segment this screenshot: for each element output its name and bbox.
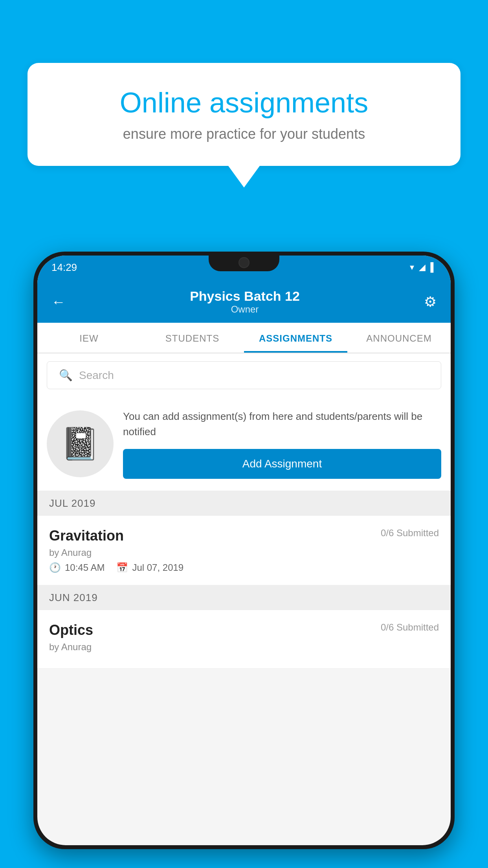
assignment-by-optics: by Anurag: [49, 642, 439, 653]
assignment-submitted-optics: 0/6 Submitted: [381, 622, 439, 633]
tab-iew[interactable]: IEW: [37, 323, 141, 353]
promo-section: 📓 You can add assignment(s) from here an…: [37, 397, 451, 491]
bubble-subtitle: ensure more practice for your students: [55, 126, 433, 142]
assignment-date-gravitation: 📅 Jul 07, 2019: [116, 562, 183, 573]
phone-frame: 14:29 ▾ ◢ ▌ ← Physics Batch 12 Owner ⚙ I…: [33, 252, 455, 849]
assignment-item-gravitation[interactable]: Gravitation 0/6 Submitted by Anurag 🕐 10…: [37, 516, 451, 585]
bubble-title: Online assignments: [55, 86, 433, 119]
assignment-name-gravitation: Gravitation: [49, 528, 124, 544]
notebook-icon: 📓: [61, 425, 100, 462]
header-center: Physics Batch 12 Owner: [190, 289, 300, 315]
assignment-header-row-optics: Optics 0/6 Submitted: [49, 622, 439, 638]
app-header: ← Physics Batch 12 Owner ⚙: [37, 279, 451, 323]
speech-bubble-tail: [228, 166, 260, 188]
tab-students[interactable]: STUDENTS: [141, 323, 244, 353]
assignment-item-optics[interactable]: Optics 0/6 Submitted by Anurag: [37, 610, 451, 669]
assignment-meta-gravitation: 🕐 10:45 AM 📅 Jul 07, 2019: [49, 562, 439, 573]
speech-bubble: Online assignments ensure more practice …: [28, 63, 460, 166]
signal-icon: ◢: [419, 262, 426, 272]
tab-assignments[interactable]: ASSIGNMENTS: [244, 323, 347, 353]
promo-description: You can add assignment(s) from here and …: [123, 409, 441, 440]
promo-icon-circle: 📓: [47, 410, 114, 477]
add-assignment-button[interactable]: Add Assignment: [123, 449, 441, 479]
tabs-container: IEW STUDENTS ASSIGNMENTS ANNOUNCEM: [37, 323, 451, 353]
header-title: Physics Batch 12: [190, 289, 300, 304]
clock-icon: 🕐: [49, 562, 61, 573]
phone-camera: [238, 257, 250, 268]
assignment-time-gravitation: 🕐 10:45 AM: [49, 562, 105, 573]
calendar-icon: 📅: [116, 562, 128, 573]
content-area: 🔍 Search 📓 You can add assignment(s) fro…: [37, 353, 451, 669]
speech-bubble-container: Online assignments ensure more practice …: [28, 63, 460, 188]
month-header-jun: JUN 2019: [37, 585, 451, 610]
search-placeholder: Search: [79, 369, 114, 382]
battery-icon: ▌: [430, 262, 437, 272]
promo-text-area: You can add assignment(s) from here and …: [123, 409, 441, 479]
search-icon: 🔍: [59, 369, 73, 382]
assignment-name-optics: Optics: [49, 622, 93, 638]
tab-announcements[interactable]: ANNOUNCEM: [347, 323, 451, 353]
month-header-jul: JUL 2019: [37, 491, 451, 516]
assignment-submitted-gravitation: 0/6 Submitted: [381, 528, 439, 539]
wifi-icon: ▾: [410, 262, 414, 272]
header-subtitle: Owner: [190, 304, 300, 315]
back-button[interactable]: ←: [51, 294, 66, 310]
phone-notch: [209, 252, 279, 271]
status-icons: ▾ ◢ ▌: [410, 262, 437, 272]
assignment-header-row: Gravitation 0/6 Submitted: [49, 528, 439, 544]
settings-icon[interactable]: ⚙: [424, 294, 437, 310]
search-container: 🔍 Search: [37, 353, 451, 397]
status-time: 14:29: [51, 261, 77, 274]
search-bar[interactable]: 🔍 Search: [47, 361, 441, 389]
assignment-by-gravitation: by Anurag: [49, 547, 439, 558]
phone-screen: 14:29 ▾ ◢ ▌ ← Physics Batch 12 Owner ⚙ I…: [37, 256, 451, 845]
